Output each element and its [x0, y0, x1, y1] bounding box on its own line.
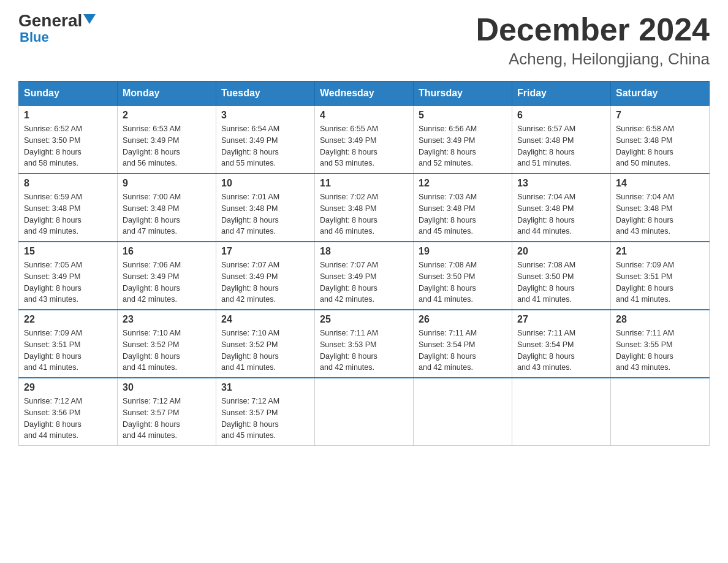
day-number: 5	[419, 110, 507, 121]
calendar-subtitle: Acheng, Heilongjiang, China	[476, 50, 710, 69]
day-info: Sunrise: 7:03 AMSunset: 3:48 PMDaylight:…	[419, 191, 507, 237]
table-cell: 24 Sunrise: 7:10 AMSunset: 3:52 PMDaylig…	[216, 310, 315, 378]
day-number: 13	[517, 178, 605, 189]
calendar-header-row: Sunday Monday Tuesday Wednesday Thursday…	[19, 82, 710, 106]
logo-text-general: General	[18, 12, 82, 29]
logo-text-blue: Blue	[20, 29, 49, 45]
day-number: 24	[221, 314, 309, 325]
day-number: 20	[517, 246, 605, 257]
col-saturday: Saturday	[611, 82, 710, 106]
day-info: Sunrise: 7:09 AMSunset: 3:51 PMDaylight:…	[616, 259, 704, 305]
table-cell: 14 Sunrise: 7:04 AMSunset: 3:48 PMDaylig…	[611, 174, 710, 242]
day-info: Sunrise: 7:11 AMSunset: 3:55 PMDaylight:…	[616, 327, 704, 373]
day-number: 15	[24, 246, 112, 257]
day-number: 25	[320, 314, 408, 325]
col-monday: Monday	[118, 82, 216, 106]
table-cell: 20 Sunrise: 7:08 AMSunset: 3:50 PMDaylig…	[512, 242, 611, 310]
day-info: Sunrise: 7:09 AMSunset: 3:51 PMDaylight:…	[24, 327, 112, 373]
day-number: 26	[419, 314, 507, 325]
day-info: Sunrise: 7:04 AMSunset: 3:48 PMDaylight:…	[616, 191, 704, 237]
day-number: 12	[419, 178, 507, 189]
day-number: 31	[221, 382, 309, 393]
table-cell: 16 Sunrise: 7:06 AMSunset: 3:49 PMDaylig…	[118, 242, 216, 310]
day-info: Sunrise: 7:07 AMSunset: 3:49 PMDaylight:…	[221, 259, 309, 305]
day-info: Sunrise: 6:53 AMSunset: 3:49 PMDaylight:…	[123, 123, 211, 169]
table-cell	[512, 378, 611, 446]
calendar-table: Sunday Monday Tuesday Wednesday Thursday…	[18, 81, 710, 446]
table-cell: 15 Sunrise: 7:05 AMSunset: 3:49 PMDaylig…	[19, 242, 118, 310]
table-cell: 5 Sunrise: 6:56 AMSunset: 3:49 PMDayligh…	[414, 105, 512, 174]
week-row-3: 15 Sunrise: 7:05 AMSunset: 3:49 PMDaylig…	[19, 242, 710, 310]
day-number: 21	[616, 246, 704, 257]
day-info: Sunrise: 7:04 AMSunset: 3:48 PMDaylight:…	[517, 191, 605, 237]
table-cell: 2 Sunrise: 6:53 AMSunset: 3:49 PMDayligh…	[118, 105, 216, 174]
day-number: 27	[517, 314, 605, 325]
day-info: Sunrise: 7:12 AMSunset: 3:57 PMDaylight:…	[123, 396, 211, 442]
day-info: Sunrise: 6:59 AMSunset: 3:48 PMDaylight:…	[24, 191, 112, 237]
logo: General Blue	[18, 12, 96, 45]
day-number: 3	[221, 110, 309, 121]
day-info: Sunrise: 6:57 AMSunset: 3:48 PMDaylight:…	[517, 123, 605, 169]
day-info: Sunrise: 7:02 AMSunset: 3:48 PMDaylight:…	[320, 191, 408, 237]
day-info: Sunrise: 6:55 AMSunset: 3:49 PMDaylight:…	[320, 123, 408, 169]
day-number: 19	[419, 246, 507, 257]
day-info: Sunrise: 7:10 AMSunset: 3:52 PMDaylight:…	[123, 327, 211, 373]
day-info: Sunrise: 7:07 AMSunset: 3:49 PMDaylight:…	[320, 259, 408, 305]
day-info: Sunrise: 7:01 AMSunset: 3:48 PMDaylight:…	[221, 191, 309, 237]
page-header: General Blue December 2024 Acheng, Heilo…	[18, 12, 710, 69]
day-info: Sunrise: 7:08 AMSunset: 3:50 PMDaylight:…	[419, 259, 507, 305]
table-cell: 10 Sunrise: 7:01 AMSunset: 3:48 PMDaylig…	[216, 174, 315, 242]
week-row-2: 8 Sunrise: 6:59 AMSunset: 3:48 PMDayligh…	[19, 174, 710, 242]
title-section: December 2024 Acheng, Heilongjiang, Chin…	[476, 12, 710, 69]
day-number: 30	[123, 382, 211, 393]
day-number: 23	[123, 314, 211, 325]
day-number: 8	[24, 178, 112, 189]
col-tuesday: Tuesday	[216, 82, 315, 106]
logo-arrow-icon	[83, 14, 96, 26]
table-cell: 23 Sunrise: 7:10 AMSunset: 3:52 PMDaylig…	[118, 310, 216, 378]
table-cell: 13 Sunrise: 7:04 AMSunset: 3:48 PMDaylig…	[512, 174, 611, 242]
week-row-5: 29 Sunrise: 7:12 AMSunset: 3:56 PMDaylig…	[19, 378, 710, 446]
table-cell: 3 Sunrise: 6:54 AMSunset: 3:49 PMDayligh…	[216, 105, 315, 174]
day-info: Sunrise: 7:00 AMSunset: 3:48 PMDaylight:…	[123, 191, 211, 237]
table-cell: 1 Sunrise: 6:52 AMSunset: 3:50 PMDayligh…	[19, 105, 118, 174]
table-cell: 21 Sunrise: 7:09 AMSunset: 3:51 PMDaylig…	[611, 242, 710, 310]
day-number: 29	[24, 382, 112, 393]
day-number: 28	[616, 314, 704, 325]
table-cell: 18 Sunrise: 7:07 AMSunset: 3:49 PMDaylig…	[315, 242, 414, 310]
col-wednesday: Wednesday	[315, 82, 414, 106]
day-info: Sunrise: 7:10 AMSunset: 3:52 PMDaylight:…	[221, 327, 309, 373]
table-cell: 30 Sunrise: 7:12 AMSunset: 3:57 PMDaylig…	[118, 378, 216, 446]
day-number: 1	[24, 110, 112, 121]
table-cell: 28 Sunrise: 7:11 AMSunset: 3:55 PMDaylig…	[611, 310, 710, 378]
svg-marker-0	[83, 14, 96, 24]
day-info: Sunrise: 7:12 AMSunset: 3:57 PMDaylight:…	[221, 396, 309, 442]
table-cell: 19 Sunrise: 7:08 AMSunset: 3:50 PMDaylig…	[414, 242, 512, 310]
col-thursday: Thursday	[414, 82, 512, 106]
day-number: 18	[320, 246, 408, 257]
day-info: Sunrise: 7:12 AMSunset: 3:56 PMDaylight:…	[24, 396, 112, 442]
day-number: 22	[24, 314, 112, 325]
day-number: 7	[616, 110, 704, 121]
day-number: 11	[320, 178, 408, 189]
day-info: Sunrise: 7:05 AMSunset: 3:49 PMDaylight:…	[24, 259, 112, 305]
day-info: Sunrise: 6:54 AMSunset: 3:49 PMDaylight:…	[221, 123, 309, 169]
table-cell: 29 Sunrise: 7:12 AMSunset: 3:56 PMDaylig…	[19, 378, 118, 446]
day-number: 9	[123, 178, 211, 189]
week-row-1: 1 Sunrise: 6:52 AMSunset: 3:50 PMDayligh…	[19, 105, 710, 174]
col-friday: Friday	[512, 82, 611, 106]
day-info: Sunrise: 6:52 AMSunset: 3:50 PMDaylight:…	[24, 123, 112, 169]
table-cell: 9 Sunrise: 7:00 AMSunset: 3:48 PMDayligh…	[118, 174, 216, 242]
day-number: 2	[123, 110, 211, 121]
day-info: Sunrise: 7:11 AMSunset: 3:54 PMDaylight:…	[517, 327, 605, 373]
table-cell: 26 Sunrise: 7:11 AMSunset: 3:54 PMDaylig…	[414, 310, 512, 378]
day-number: 16	[123, 246, 211, 257]
day-info: Sunrise: 7:06 AMSunset: 3:49 PMDaylight:…	[123, 259, 211, 305]
table-cell: 11 Sunrise: 7:02 AMSunset: 3:48 PMDaylig…	[315, 174, 414, 242]
table-cell	[611, 378, 710, 446]
table-cell: 31 Sunrise: 7:12 AMSunset: 3:57 PMDaylig…	[216, 378, 315, 446]
day-number: 4	[320, 110, 408, 121]
table-cell: 8 Sunrise: 6:59 AMSunset: 3:48 PMDayligh…	[19, 174, 118, 242]
day-info: Sunrise: 7:11 AMSunset: 3:53 PMDaylight:…	[320, 327, 408, 373]
table-cell	[315, 378, 414, 446]
